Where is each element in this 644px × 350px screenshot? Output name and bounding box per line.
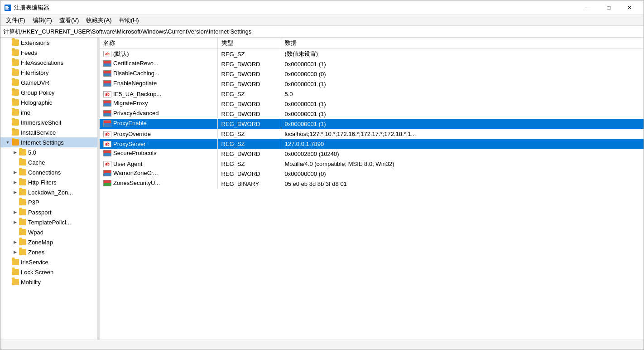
expand-arrow-templatepolici[interactable]: ▶ xyxy=(11,219,19,226)
sidebar-label-50: 5.0 xyxy=(28,149,36,156)
expand-arrow-filehistory[interactable] xyxy=(4,69,11,76)
expand-arrow-holographic[interactable] xyxy=(4,99,11,106)
sidebar-label-lockdown: Lockdown_Zon... xyxy=(28,189,73,196)
sidebar-item-lockdown[interactable]: ▶Lockdown_Zon... xyxy=(0,187,97,197)
sidebar-label-filehistory: FileHistory xyxy=(21,69,48,76)
reg-type-enablenegotiate: REG_DWORD xyxy=(217,79,281,89)
expand-arrow-connections[interactable]: ▶ xyxy=(11,169,19,176)
sidebar-item-installservice[interactable]: InstallService xyxy=(0,127,97,137)
expand-arrow-lockdown[interactable]: ▶ xyxy=(11,189,19,196)
sidebar-item-gamedvr[interactable]: GameDVR xyxy=(0,78,97,88)
menu-favorites[interactable]: 收藏夹(A) xyxy=(82,15,115,25)
sidebar-item-ime[interactable]: ime xyxy=(0,107,97,117)
expand-arrow-extensions[interactable] xyxy=(4,39,11,46)
minimize-button[interactable]: — xyxy=(577,0,598,15)
table-row[interactable]: ProxyEnableREG_DWORD0x00000001 (1) xyxy=(100,119,644,129)
reg-name-useragent: abUser Agent xyxy=(100,159,217,169)
sidebar-item-extensions[interactable]: Extensions xyxy=(0,38,97,48)
sidebar-item-grouppolicy[interactable]: Group Policy xyxy=(0,88,97,97)
expand-arrow-zones[interactable]: ▶ xyxy=(11,248,19,256)
close-button[interactable]: ✕ xyxy=(619,0,640,15)
folder-icon-mobility xyxy=(11,278,19,286)
icon-ab: ab xyxy=(103,91,111,97)
sidebar-item-passport[interactable]: ▶Passport xyxy=(0,207,97,217)
table-row[interactable]: EnableNegotiateREG_DWORD0x00000001 (1) xyxy=(100,79,644,89)
expand-arrow-lockscreen[interactable] xyxy=(4,268,11,276)
table-row[interactable]: ZonesSecurityU...REG_BINARY05 e0 eb 8d 8… xyxy=(100,179,644,189)
folder-icon-passport xyxy=(19,209,27,216)
app-icon xyxy=(4,4,11,11)
maximize-button[interactable]: □ xyxy=(598,0,619,15)
col-header-name: 名称 xyxy=(100,38,217,49)
table-row[interactable]: abProxyOverrideREG_SZlocalhost;127.*;10.… xyxy=(100,129,644,139)
sidebar-item-50[interactable]: ▶5.0 xyxy=(0,147,97,157)
reg-name-enablenegotiate: EnableNegotiate xyxy=(100,79,217,89)
reg-name-certrevo: CertificateRevo... xyxy=(100,59,217,69)
sidebar-item-immersiveshell[interactable]: ImmersiveShell xyxy=(0,117,97,127)
menu-view[interactable]: 查看(V) xyxy=(56,15,82,25)
expand-arrow-zonemap[interactable]: ▶ xyxy=(11,238,19,246)
expand-arrow-wpad[interactable] xyxy=(11,228,19,236)
sidebar-label-gamedvr: GameDVR xyxy=(21,79,49,86)
expand-arrow-internet-settings[interactable]: ▼ xyxy=(4,139,11,146)
sidebar-item-irisservice[interactable]: IrisService xyxy=(0,257,97,267)
sidebar-item-internet-settings[interactable]: ▼Internet Settings xyxy=(0,137,97,147)
expand-arrow-fileassociations[interactable] xyxy=(4,59,11,66)
registry-pane[interactable]: 名称 类型 数据 ab(默认)REG_SZ(数值未设置)CertificateR… xyxy=(100,38,644,340)
expand-arrow-irisservice[interactable] xyxy=(4,258,11,266)
table-row[interactable]: abProxyServerREG_SZ127.0.0.1:7890 xyxy=(100,139,644,149)
table-row[interactable]: abUser AgentREG_SZMozilla/4.0 (compatibl… xyxy=(100,159,644,169)
table-row[interactable]: WarnonZoneCr...REG_DWORD0x00000000 (0) xyxy=(100,169,644,179)
folder-icon-installservice xyxy=(11,129,19,136)
table-row[interactable]: PrivacyAdvancedREG_DWORD0x00000001 (1) xyxy=(100,109,644,119)
sidebar-item-fileassociations[interactable]: FileAssociations xyxy=(0,58,97,68)
sidebar-item-feeds[interactable]: Feeds xyxy=(0,48,97,58)
expand-arrow-feeds[interactable] xyxy=(4,49,11,56)
expand-arrow-cache[interactable] xyxy=(11,159,19,166)
expand-arrow-grouppolicy[interactable] xyxy=(4,89,11,96)
expand-arrow-passport[interactable]: ▶ xyxy=(11,209,19,216)
expand-arrow-installservice[interactable] xyxy=(4,129,11,136)
table-row[interactable]: ab(默认)REG_SZ(数值未设置) xyxy=(100,49,644,59)
expand-arrow-httpfilters[interactable]: ▶ xyxy=(11,179,19,186)
table-row[interactable]: MigrateProxyREG_DWORD0x00000001 (1) xyxy=(100,99,644,109)
svg-rect-1 xyxy=(5,6,8,7)
table-row[interactable]: SecureProtocolsREG_DWORD0x00002800 (1024… xyxy=(100,149,644,159)
sidebar-item-httpfilters[interactable]: ▶Http Filters xyxy=(0,177,97,187)
sidebar-label-zonemap: ZoneMap xyxy=(28,239,53,246)
table-row[interactable]: abIE5_UA_Backup...REG_SZ5.0 xyxy=(100,89,644,99)
menu-file[interactable]: 文件(F) xyxy=(2,15,29,25)
sidebar-item-wpad[interactable]: Wpad xyxy=(0,227,97,237)
reg-name-proxyserver: abProxyServer xyxy=(100,139,217,149)
expand-arrow-ime[interactable] xyxy=(4,109,11,116)
expand-arrow-p3p[interactable] xyxy=(11,199,19,206)
sidebar-item-lockscreen[interactable]: Lock Screen xyxy=(0,267,97,277)
expand-arrow-50[interactable]: ▶ xyxy=(11,149,19,156)
sidebar-item-cache[interactable]: Cache xyxy=(0,157,97,167)
sidebar-item-templatepolici[interactable]: ▶TemplatePolici... xyxy=(0,217,97,227)
table-row[interactable]: CertificateRevo...REG_DWORD0x00000001 (1… xyxy=(100,59,644,69)
icon-dword xyxy=(103,120,111,126)
sidebar-item-mobility[interactable]: Mobility xyxy=(0,277,97,287)
sidebar-label-irisservice: IrisService xyxy=(21,259,48,266)
reg-data-proxyoverride: localhost;127.*;10.*;172.16.*;172.17.*;1… xyxy=(281,129,644,139)
title-controls: — □ ✕ xyxy=(577,0,640,15)
sidebar-item-zones[interactable]: ▶Zones xyxy=(0,247,97,257)
sidebar-item-filehistory[interactable]: FileHistory xyxy=(0,68,97,78)
reg-type-proxyserver: REG_SZ xyxy=(217,139,281,149)
expand-arrow-mobility[interactable] xyxy=(4,278,11,286)
sidebar-item-connections[interactable]: ▶Connections xyxy=(0,167,97,177)
expand-arrow-immersiveshell[interactable] xyxy=(4,119,11,126)
icon-dword xyxy=(103,170,111,176)
reg-type-migrateproxy: REG_DWORD xyxy=(217,99,281,109)
table-row[interactable]: DisableCaching...REG_DWORD0x00000000 (0) xyxy=(100,69,644,79)
reg-data-zonessecurity: 05 e0 eb 8d 8b 3f d8 01 xyxy=(281,179,644,189)
sidebar-item-p3p[interactable]: P3P xyxy=(0,197,97,207)
sidebar-item-zonemap[interactable]: ▶ZoneMap xyxy=(0,237,97,247)
menu-edit[interactable]: 编辑(E) xyxy=(29,15,56,25)
sidebar-tree[interactable]: ExtensionsFeedsFileAssociationsFileHisto… xyxy=(0,38,98,340)
menu-help[interactable]: 帮助(H) xyxy=(115,15,143,25)
folder-icon-httpfilters xyxy=(19,179,27,186)
sidebar-item-holographic[interactable]: Holographic xyxy=(0,97,97,107)
expand-arrow-gamedvr[interactable] xyxy=(4,79,11,86)
